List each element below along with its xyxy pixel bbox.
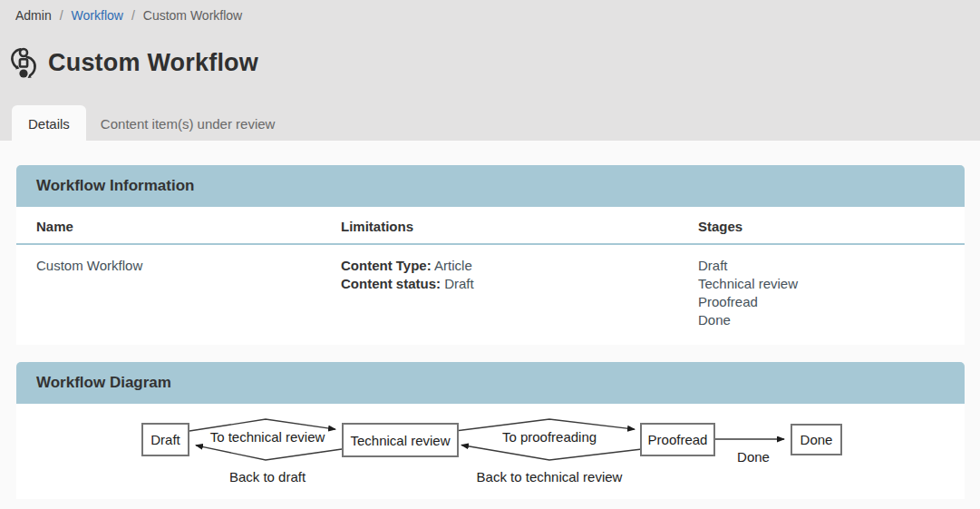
workflow-name-value: Custom Workflow (36, 257, 341, 329)
breadcrumb-separator: / (60, 8, 63, 23)
tab-details[interactable]: Details (12, 105, 86, 141)
breadcrumb-item-current: Custom Workflow (143, 8, 242, 23)
edge-label-to-technical-review: To technical review (210, 429, 325, 445)
limitation-value: Article (434, 258, 472, 273)
workflow-diagram-header: Workflow Diagram (16, 362, 965, 404)
workflow-diagram-section: Workflow Diagram (16, 362, 965, 499)
workflow-information-section: Workflow Information Name Limitations St… (16, 165, 965, 345)
page-header: Custom Workflow (9, 46, 258, 79)
section-title: Workflow Information (36, 177, 194, 195)
column-header-name: Name (36, 207, 341, 243)
limitation-content-type: Content Type: Article (341, 257, 698, 275)
section-title: Workflow Diagram (36, 374, 171, 392)
edge-label-to-proofreading: To proofreading (502, 429, 597, 445)
main-content: Workflow Information Name Limitations St… (0, 141, 980, 499)
stage-item: Draft (698, 257, 965, 275)
tab-content-items-under-review[interactable]: Content item(s) under review (86, 105, 290, 141)
breadcrumb: Admin / Workflow / Custom Workflow (15, 8, 242, 23)
info-table-row: Custom Workflow Content Type: Article Co… (16, 245, 965, 345)
stage-item: Done (698, 311, 965, 329)
edge-back-to-technical-review (461, 445, 642, 461)
workflow-diagram-image: Draft Technical review Proofread Done To… (16, 404, 965, 499)
node-label-technical-review: Technical review (350, 433, 450, 448)
edge-label-back-to-draft: Back to draft (229, 469, 306, 485)
limitation-label: Content Type: (341, 258, 432, 273)
limitation-value: Draft (444, 276, 474, 291)
page-title: Custom Workflow (48, 49, 258, 77)
node-label-draft: Draft (150, 432, 180, 447)
column-header-limitations: Limitations (341, 207, 698, 243)
workflow-information-header: Workflow Information (16, 165, 965, 207)
workflow-diagram-body: Draft Technical review Proofread Done To… (16, 404, 965, 499)
limitation-label: Content status: (341, 276, 441, 291)
stage-item: Proofread (698, 293, 965, 311)
node-label-done: Done (800, 432, 833, 447)
breadcrumb-separator: / (131, 8, 135, 23)
tab-bar: Details Content item(s) under review (12, 105, 289, 141)
top-bar: Admin / Workflow / Custom Workflow Custo… (0, 0, 980, 141)
workflow-icon (9, 46, 38, 79)
edge-back-to-draft (196, 445, 342, 460)
breadcrumb-item-admin: Admin (15, 8, 52, 23)
edge-label-back-to-technical-review: Back to technical review (477, 469, 623, 485)
node-label-proofread: Proofread (648, 432, 708, 447)
workflow-information-body: Name Limitations Stages Custom Workflow … (16, 207, 965, 345)
edge-label-done: Done (737, 449, 770, 465)
stages-list: Draft Technical review Proofread Done (698, 257, 965, 329)
stage-item: Technical review (698, 275, 965, 293)
limitations-value: Content Type: Article Content status: Dr… (341, 257, 698, 329)
column-header-stages: Stages (698, 207, 965, 243)
limitation-content-status: Content status: Draft (341, 275, 698, 293)
info-table-header: Name Limitations Stages (16, 207, 965, 245)
breadcrumb-item-workflow[interactable]: Workflow (72, 8, 123, 23)
